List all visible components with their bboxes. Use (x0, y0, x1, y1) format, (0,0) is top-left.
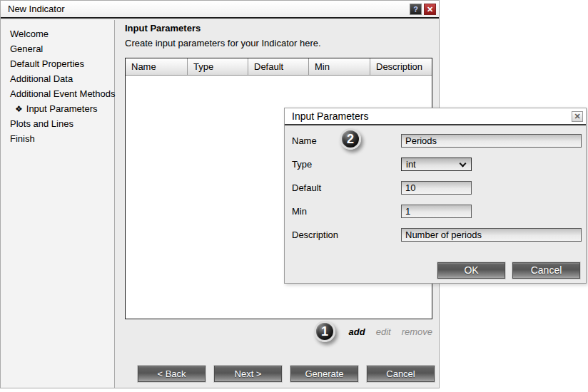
generate-button[interactable]: Generate (290, 365, 359, 383)
edit-link[interactable]: edit (376, 326, 391, 337)
description-label: Description (292, 229, 401, 240)
description-row: Description (292, 228, 582, 242)
chevron-down-icon (460, 160, 467, 167)
help-button[interactable]: ? (410, 4, 422, 15)
type-select-value: int (406, 159, 416, 170)
type-select[interactable]: int (401, 158, 472, 171)
remove-link[interactable]: remove (402, 326, 432, 337)
min-row: Min (292, 205, 582, 218)
column-header-name[interactable]: Name (126, 58, 187, 75)
wizard-cancel-button[interactable]: Cancel (366, 365, 435, 383)
type-row: Type int (292, 158, 582, 171)
sidebar-item-general[interactable]: General (1, 41, 114, 56)
dialog-close-button[interactable]: ✕ (572, 111, 583, 122)
sidebar-item-default-properties[interactable]: Default Properties (1, 56, 114, 71)
page-title: Input Parameters (125, 23, 201, 33)
sidebar-item-finish[interactable]: Finish (1, 131, 114, 146)
column-header-default[interactable]: Default (248, 58, 308, 75)
name-row: Name (292, 134, 582, 148)
sidebar-item-plots-and-lines[interactable]: Plots and Lines (1, 116, 114, 131)
wizard-steps-sidebar: Welcome General Default Properties Addit… (1, 20, 115, 388)
callout-badge-1: 1 (314, 321, 335, 342)
list-action-links: add edit remove (349, 326, 432, 337)
window-titlebar: New Indicator ? ✕ (1, 1, 439, 19)
default-input[interactable] (401, 181, 472, 195)
name-input[interactable] (401, 134, 582, 148)
sidebar-item-additional-event-methods[interactable]: Additional Event Methods (1, 86, 114, 101)
ok-button[interactable]: OK (437, 262, 506, 279)
min-input[interactable] (401, 205, 472, 218)
window-title: New Indicator (8, 4, 64, 14)
min-label: Min (292, 206, 401, 217)
page-subtitle: Create input parameters for your Indicat… (125, 38, 321, 48)
default-row: Default (292, 181, 582, 195)
column-header-min[interactable]: Min (308, 58, 370, 75)
close-button[interactable]: ✕ (424, 4, 436, 15)
description-input[interactable] (401, 228, 582, 242)
back-button[interactable]: < Back (137, 365, 206, 383)
column-header-description[interactable]: Description (370, 58, 432, 75)
input-parameters-dialog: Input Parameters ✕ Name Type int Default… (284, 108, 587, 284)
table-header-row: Name Type Default Min Description (126, 58, 432, 76)
wizard-button-row: < Back Next > Generate Cancel (137, 365, 435, 383)
active-step-icon: ❖ (15, 104, 23, 114)
sidebar-item-input-parameters[interactable]: ❖Input Parameters (1, 101, 114, 116)
callout-badge-2: 2 (340, 128, 361, 150)
sidebar-item-welcome[interactable]: Welcome (1, 26, 114, 41)
page: New Indicator ? ✕ Welcome General Defaul… (0, 0, 588, 392)
column-header-type[interactable]: Type (187, 58, 248, 75)
next-button[interactable]: Next > (213, 365, 283, 383)
dialog-title: Input Parameters (292, 110, 368, 122)
dialog-titlebar: Input Parameters ✕ (285, 108, 586, 125)
titlebar-buttons: ? ✕ (410, 4, 436, 15)
type-label: Type (292, 159, 401, 170)
dialog-cancel-button[interactable]: Cancel (512, 262, 581, 279)
default-label: Default (292, 182, 401, 193)
sidebar-item-additional-data[interactable]: Additional Data (1, 71, 114, 86)
dialog-button-row: OK Cancel (437, 262, 581, 279)
sidebar-item-label: Input Parameters (26, 103, 98, 114)
add-link[interactable]: add (349, 326, 365, 337)
